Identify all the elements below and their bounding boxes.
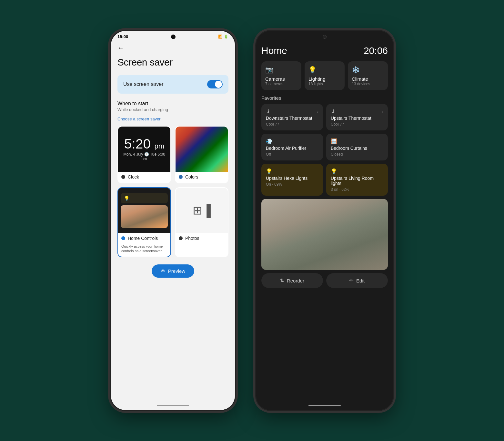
- fav-lights-row-2: 💡: [331, 168, 383, 174]
- fav-upstairs-hexa-lights[interactable]: 💡 Upstairs Hexa Lights On · 69%: [261, 164, 323, 196]
- lighting-sub: 18 lights: [308, 82, 341, 86]
- right-phone-content: Home 20:06 📷 Cameras 7 cameras 💡 Lightin…: [256, 43, 393, 401]
- page-title: Screen saver: [117, 57, 228, 68]
- photos-preview: ⊞▐: [176, 188, 228, 233]
- chevron-up: ›: [382, 109, 383, 114]
- home-controls-label: Home Controls: [128, 236, 158, 241]
- fav-sub-down-thermo: Cool 77: [266, 122, 318, 127]
- home-controls-preview: 💡: [118, 188, 170, 233]
- lighting-name: Lighting: [308, 76, 341, 82]
- preview-btn-row: 👁 Preview: [117, 261, 228, 278]
- clock-dot: [121, 175, 125, 179]
- fav-upstairs-thermostat[interactable]: 🌡 › Upstairs Thermostat Cool 77: [326, 104, 388, 130]
- hexa-lights-icon: 💡: [266, 168, 272, 174]
- reorder-icon: ⇅: [280, 278, 284, 283]
- clock-preview: 5:20 pm Mon, 4 July 🕐 Tue 6:00 am: [118, 127, 170, 172]
- screensaver-card-clock[interactable]: 5:20 pm Mon, 4 July 🕐 Tue 6:00 am Clock: [117, 126, 171, 183]
- fav-sub-air: Off: [266, 152, 318, 157]
- status-top-right: [256, 31, 393, 43]
- thermostat-icon-up: 🌡: [331, 108, 336, 114]
- choose-screensaver-link[interactable]: Choose a screen saver: [117, 117, 228, 121]
- photos-dot: [179, 236, 183, 240]
- category-row: 📷 Cameras 7 cameras 💡 Lighting 18 lights…: [261, 61, 388, 90]
- use-screensaver-row: Use screen saver: [117, 75, 228, 94]
- fav-sub-curtains: Closed: [331, 152, 383, 157]
- reorder-label: Reorder: [287, 278, 304, 283]
- hc-top: 💡: [121, 193, 168, 203]
- fav-sub-living: 3 on · 62%: [331, 187, 383, 192]
- edit-icon: ✏: [349, 278, 354, 283]
- home-indicator-bar-right: [256, 401, 393, 410]
- fav-row-2: 🌡 ›: [331, 108, 383, 114]
- category-cameras[interactable]: 📷 Cameras 7 cameras: [261, 61, 301, 90]
- favorites-grid: 🌡 › Downstairs Thermostat Cool 77 🌡 › Up…: [261, 104, 388, 160]
- fav-row-4: 🪟: [331, 138, 383, 144]
- cameras-sub: 7 cameras: [265, 82, 297, 86]
- clock-date: Mon, 4 July 🕐 Tue 6:00 am: [122, 152, 166, 161]
- home-indicator-left: [157, 405, 189, 406]
- preview-button[interactable]: 👁 Preview: [152, 264, 194, 278]
- fav-title-up-thermo: Upstairs Thermostat: [331, 116, 383, 121]
- status-bar-left: 15:00 📶 🔋: [111, 31, 235, 40]
- screensaver-card-home-controls[interactable]: 💡 Home Controls Quickly access your home…: [117, 187, 171, 257]
- home-indicator-bar-left: [111, 401, 235, 410]
- colors-dot: [179, 175, 183, 179]
- fav-title-air: Bedroom Air Purifier: [266, 146, 318, 151]
- climate-icon: ❄️: [352, 66, 384, 74]
- home-controls-dot: [121, 236, 125, 240]
- camera-indicator-left: [171, 35, 176, 39]
- right-phone: Home 20:06 📷 Cameras 7 cameras 💡 Lightin…: [255, 30, 394, 411]
- status-icons-left: 📶 🔋: [218, 35, 228, 39]
- photos-footer: Photos: [176, 233, 228, 244]
- battery-icon: 🔋: [224, 35, 228, 39]
- screensaver-grid: 5:20 pm Mon, 4 July 🕐 Tue 6:00 am Clock …: [117, 126, 228, 183]
- fav-lights-row-1: 💡: [266, 168, 318, 174]
- fav-row-3: 💨: [266, 138, 318, 144]
- fav-sub-up-thermo: Cool 77: [331, 122, 383, 127]
- category-climate[interactable]: ❄️ Climate 13 devices: [348, 61, 388, 90]
- screensaver-grid-2: 💡 Home Controls Quickly access your home…: [117, 187, 228, 257]
- photos-icon: ⊞▐: [193, 204, 211, 217]
- cameras-icon: 📷: [265, 66, 297, 74]
- when-to-start-label: When to start: [117, 101, 228, 107]
- chevron-down: ›: [317, 109, 318, 114]
- hc-bottom: [121, 205, 168, 228]
- back-button[interactable]: ←: [117, 44, 228, 52]
- colors-footer: Colors: [176, 172, 228, 183]
- clock-time: 5:20 pm: [124, 137, 164, 151]
- lighting-icon: 💡: [308, 66, 341, 74]
- home-controls-desc: Quickly access your home controls as a s…: [118, 244, 170, 257]
- fav-title-curtains: Bedroom Curtains: [331, 146, 383, 151]
- home-time: 20:06: [364, 45, 388, 56]
- edit-label: Edit: [356, 278, 365, 283]
- fav-sub-hexa: On · 69%: [266, 182, 318, 187]
- clock-label: Clock: [128, 174, 139, 179]
- screensaver-card-photos[interactable]: ⊞▐ Photos: [175, 187, 228, 257]
- fav-title-living: Upstairs Living Room lights: [331, 176, 383, 186]
- camera-dot-right: [323, 35, 327, 39]
- fav-upstairs-living-room-lights[interactable]: 💡 Upstairs Living Room lights 3 on · 62%: [326, 164, 388, 196]
- home-controls-footer: Home Controls: [118, 233, 170, 244]
- wifi-icon: 📶: [218, 35, 223, 39]
- screensaver-card-colors[interactable]: Colors: [175, 126, 228, 183]
- reorder-button[interactable]: ⇅ Reorder: [261, 273, 323, 288]
- camera-preview: [261, 199, 388, 270]
- edit-button[interactable]: ✏ Edit: [326, 273, 388, 288]
- category-lighting[interactable]: 💡 Lighting 18 lights: [305, 61, 345, 90]
- fav-bedroom-curtains[interactable]: 🪟 Bedroom Curtains Closed: [326, 134, 388, 160]
- toggle-label: Use screen saver: [123, 81, 164, 87]
- home-indicator-right: [308, 405, 341, 406]
- clock-footer: Clock: [118, 172, 170, 183]
- screensaver-toggle[interactable]: [207, 80, 223, 88]
- bottom-actions: ⇅ Reorder ✏ Edit: [261, 273, 388, 289]
- hc-bulb-icon: 💡: [124, 196, 129, 201]
- thermostat-icon-down: 🌡: [266, 108, 271, 114]
- left-phone-content: ← Screen saver Use screen saver When to …: [111, 40, 235, 401]
- preview-label: Preview: [168, 268, 185, 274]
- photos-label: Photos: [185, 236, 199, 241]
- fav-downstairs-thermostat[interactable]: 🌡 › Downstairs Thermostat Cool 77: [261, 104, 323, 130]
- favorites-label: Favorites: [261, 95, 388, 101]
- air-purifier-icon: 💨: [266, 138, 272, 144]
- preview-icon: 👁: [161, 268, 166, 274]
- fav-bedroom-air-purifier[interactable]: 💨 Bedroom Air Purifier Off: [261, 134, 323, 160]
